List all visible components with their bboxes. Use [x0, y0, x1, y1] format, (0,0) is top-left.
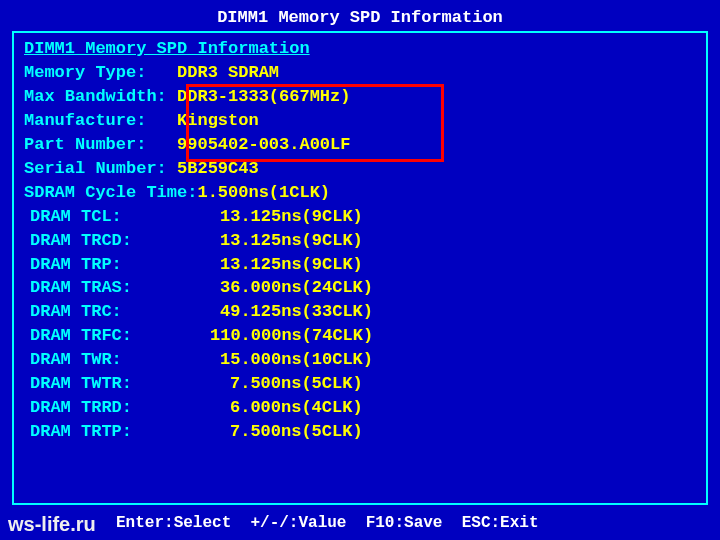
dram-trp-label: DRAM TRP: — [30, 254, 220, 277]
dram-trtp-row: DRAM TRTP: 7.500ns(5CLK) — [24, 421, 696, 444]
dram-tras-value: 36.000ns(24CLK) — [220, 277, 373, 300]
max-bandwidth-row: Max Bandwidth: DDR3-1333(667MHz) — [24, 86, 696, 109]
dram-trc-value: 49.125ns(33CLK) — [220, 301, 373, 324]
dram-trcd-row: DRAM TRCD: 13.125ns(9CLK) — [24, 230, 696, 253]
dram-tcl-value: 13.125ns(9CLK) — [220, 206, 363, 229]
dram-twtr-value: 7.500ns(5CLK) — [230, 373, 363, 396]
info-box: DIMM1 Memory SPD Information Memory Type… — [12, 31, 708, 505]
footer-plusminus[interactable]: +/-/:Value — [250, 514, 346, 532]
dram-tcl-label: DRAM TCL: — [30, 206, 220, 229]
dram-trfc-label: DRAM TRFC: — [30, 325, 210, 348]
dram-twr-row: DRAM TWR: 15.000ns(10CLK) — [24, 349, 696, 372]
footer-esc[interactable]: ESC:Exit — [462, 514, 539, 532]
dram-trrd-label: DRAM TRRD: — [30, 397, 230, 420]
dram-trtp-value: 7.500ns(5CLK) — [230, 421, 363, 444]
dram-twtr-row: DRAM TWTR: 7.500ns(5CLK) — [24, 373, 696, 396]
footer-f10[interactable]: F10:Save — [366, 514, 443, 532]
sdram-cycle-row: SDRAM Cycle Time: 1.500ns(1CLK) — [24, 182, 696, 205]
watermark: ws-life.ru — [8, 513, 96, 536]
serial-number-row: Serial Number: 5B259C43 — [24, 158, 696, 181]
dram-trrd-value: 6.000ns(4CLK) — [230, 397, 363, 420]
max-bandwidth-value: DDR3-1333(667MHz) — [177, 86, 350, 109]
dram-twtr-label: DRAM TWTR: — [30, 373, 230, 396]
dram-twr-label: DRAM TWR: — [30, 349, 220, 372]
manufacture-label: Manufacture: — [24, 110, 146, 133]
dram-tras-row: DRAM TRAS: 36.000ns(24CLK) — [24, 277, 696, 300]
serial-number-value: 5B259C43 — [177, 158, 259, 181]
part-number-row: Part Number: 9905402-003.A00LF — [24, 134, 696, 157]
memory-type-label: Memory Type: — [24, 62, 146, 85]
dram-trc-row: DRAM TRC: 49.125ns(33CLK) — [24, 301, 696, 324]
dram-trcd-label: DRAM TRCD: — [30, 230, 220, 253]
dram-tcl-row: DRAM TCL: 13.125ns(9CLK) — [24, 206, 696, 229]
dram-trfc-row: DRAM TRFC: 110.000ns(74CLK) — [24, 325, 696, 348]
sdram-cycle-value: 1.500ns(1CLK) — [197, 182, 330, 205]
sdram-cycle-label: SDRAM Cycle Time: — [24, 182, 197, 205]
dram-trcd-value: 13.125ns(9CLK) — [220, 230, 363, 253]
dram-twr-value: 15.000ns(10CLK) — [220, 349, 373, 372]
memory-type-value: DDR3 SDRAM — [177, 62, 279, 85]
dram-trp-row: DRAM TRP: 13.125ns(9CLK) — [24, 254, 696, 277]
manufacture-row: Manufacture: Kingston — [24, 110, 696, 133]
footer-help: Enter:Select +/-/:Value F10:Save ESC:Exi… — [0, 514, 720, 532]
dram-trtp-label: DRAM TRTP: — [30, 421, 230, 444]
memory-type-row: Memory Type: DDR3 SDRAM — [24, 62, 696, 85]
dram-tras-label: DRAM TRAS: — [30, 277, 220, 300]
serial-number-label: Serial Number: — [24, 158, 167, 181]
dram-trrd-row: DRAM TRRD: 6.000ns(4CLK) — [24, 397, 696, 420]
max-bandwidth-label: Max Bandwidth: — [24, 86, 167, 109]
dram-trc-label: DRAM TRC: — [30, 301, 220, 324]
dram-trp-value: 13.125ns(9CLK) — [220, 254, 363, 277]
section-title: DIMM1 Memory SPD Information — [24, 39, 696, 58]
top-title: DIMM1 Memory SPD Information — [12, 8, 708, 27]
dram-trfc-value: 110.000ns(74CLK) — [210, 325, 373, 348]
part-number-value: 9905402-003.A00LF — [177, 134, 350, 157]
manufacture-value: Kingston — [177, 110, 259, 133]
part-number-label: Part Number: — [24, 134, 146, 157]
